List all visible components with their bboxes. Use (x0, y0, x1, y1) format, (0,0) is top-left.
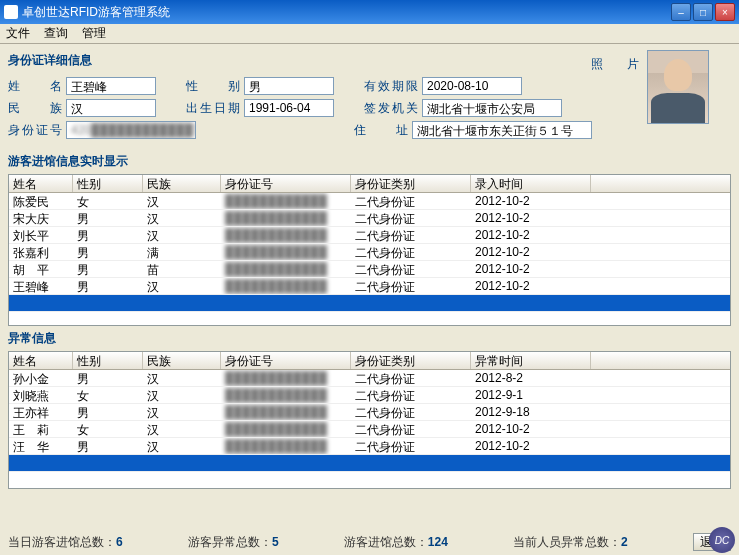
column-header[interactable]: 录入时间 (471, 175, 591, 192)
table-cell: 孙小金 (9, 370, 73, 386)
column-header[interactable]: 身份证类别 (351, 352, 471, 369)
table-cell: 男 (73, 210, 143, 226)
table-cell: 男 (73, 278, 143, 294)
titlebar: 卓创世达RFID游客管理系统 – □ × (0, 0, 739, 24)
table-row-selected[interactable] (9, 295, 730, 312)
table-row[interactable]: 刘晓燕女汉████████████二代身份证2012-9-1 (9, 387, 730, 404)
table-cell: 二代身份证 (351, 210, 471, 226)
nation-field[interactable]: 汉 (66, 99, 156, 117)
column-header[interactable]: 姓名 (9, 352, 73, 369)
issuer-field[interactable]: 湖北省十堰市公安局 (422, 99, 562, 117)
birth-label: 出生日期 (186, 100, 244, 117)
window-controls: – □ × (671, 3, 735, 21)
column-header[interactable]: 民族 (143, 175, 221, 192)
table-row-selected[interactable] (9, 455, 730, 472)
f1-value: 6 (116, 535, 123, 549)
column-header[interactable]: 姓名 (9, 175, 73, 192)
table-cell: ████████████ (221, 404, 351, 420)
maximize-button[interactable]: □ (693, 3, 713, 21)
menu-query[interactable]: 查询 (44, 25, 68, 42)
table-row[interactable]: 张嘉利男满████████████二代身份证2012-10-2 (9, 244, 730, 261)
table-row[interactable]: 王亦祥男汉████████████二代身份证2012-9-18 (9, 404, 730, 421)
table-cell: 汪 华 (9, 438, 73, 454)
table-row[interactable]: 王碧峰男汉████████████二代身份证2012-10-2 (9, 278, 730, 295)
table-cell: 2012-10-2 (471, 193, 591, 209)
gender-label: 性 别 (186, 78, 244, 95)
table-cell: 陈爱民 (9, 193, 73, 209)
abnormal-table[interactable]: 姓名性别民族身份证号身份证类别异常时间 孙小金男汉████████████二代身… (8, 351, 731, 489)
f2-label: 游客异常总数： (188, 535, 272, 549)
table-cell: 汉 (143, 210, 221, 226)
column-header[interactable]: 性别 (73, 352, 143, 369)
name-field[interactable]: 王碧峰 (66, 77, 156, 95)
table-row[interactable]: 刘长平男汉████████████二代身份证2012-10-2 (9, 227, 730, 244)
id-field[interactable]: 420████████████734 (66, 121, 196, 139)
brand-logo-icon: DC (709, 527, 735, 553)
table-cell: ████████████ (221, 244, 351, 260)
table-cell: ████████████ (221, 438, 351, 454)
table-cell: 二代身份证 (351, 193, 471, 209)
table-row[interactable]: 宋大庆男汉████████████二代身份证2012-10-2 (9, 210, 730, 227)
app-icon (4, 5, 18, 19)
name-label: 姓 名 (8, 78, 66, 95)
photo-label: 照 片 (591, 56, 639, 73)
table-cell: 2012-8-2 (471, 370, 591, 386)
table-cell: 汉 (143, 438, 221, 454)
addr-field[interactable]: 湖北省十堰市东关正街５１号 (412, 121, 592, 139)
footer: 当日游客进馆总数：6 游客异常总数：5 游客进馆总数：124 当前人员异常总数：… (8, 533, 731, 551)
f3-label: 游客进馆总数： (344, 535, 428, 549)
expire-field[interactable]: 2020-08-10 (422, 77, 522, 95)
window-title: 卓创世达RFID游客管理系统 (22, 4, 170, 21)
table-cell: 男 (73, 404, 143, 420)
table-cell: 王亦祥 (9, 404, 73, 420)
table-cell: ████████████ (221, 261, 351, 277)
table-row[interactable]: 王 莉女汉████████████二代身份证2012-10-2 (9, 421, 730, 438)
close-button[interactable]: × (715, 3, 735, 21)
table-cell: 2012-9-1 (471, 387, 591, 403)
table-cell: 二代身份证 (351, 404, 471, 420)
gender-field[interactable]: 男 (244, 77, 334, 95)
table-cell: 刘晓燕 (9, 387, 73, 403)
table-cell: 2012-10-2 (471, 421, 591, 437)
photo (647, 50, 709, 124)
table-row[interactable]: 孙小金男汉████████████二代身份证2012-8-2 (9, 370, 730, 387)
table-cell: 2012-10-2 (471, 227, 591, 243)
column-header[interactable]: 异常时间 (471, 352, 591, 369)
addr-label: 住 址 (354, 122, 412, 139)
table-row[interactable]: 汪 华男汉████████████二代身份证2012-10-2 (9, 438, 730, 455)
table-cell: 苗 (143, 261, 221, 277)
birth-field[interactable]: 1991-06-04 (244, 99, 334, 117)
minimize-button[interactable]: – (671, 3, 691, 21)
menu-manage[interactable]: 管理 (82, 25, 106, 42)
id-label: 身份证号 (8, 122, 66, 139)
table-cell: ████████████ (221, 421, 351, 437)
table-cell: ████████████ (221, 227, 351, 243)
f2-value: 5 (272, 535, 279, 549)
table-cell: ████████████ (221, 193, 351, 209)
column-header[interactable]: 身份证号 (221, 352, 351, 369)
table-cell: 汉 (143, 370, 221, 386)
table-row[interactable]: 陈爱民女汉████████████二代身份证2012-10-2 (9, 193, 730, 210)
table-cell: 二代身份证 (351, 421, 471, 437)
table-cell: 2012-9-18 (471, 404, 591, 420)
table-cell: 二代身份证 (351, 438, 471, 454)
table-cell: 汉 (143, 421, 221, 437)
table-cell: 汉 (143, 227, 221, 243)
table-cell: 2012-10-2 (471, 210, 591, 226)
table-cell: 2012-10-2 (471, 438, 591, 454)
column-header[interactable]: 性别 (73, 175, 143, 192)
menu-file[interactable]: 文件 (6, 25, 30, 42)
column-header[interactable]: 身份证类别 (351, 175, 471, 192)
table-cell: 二代身份证 (351, 387, 471, 403)
column-header[interactable]: 身份证号 (221, 175, 351, 192)
table-cell: 女 (73, 193, 143, 209)
table-cell: 汉 (143, 278, 221, 294)
table-row[interactable]: 胡 平男苗████████████二代身份证2012-10-2 (9, 261, 730, 278)
expire-label: 有效期限 (364, 78, 422, 95)
realtime-table[interactable]: 姓名性别民族身份证号身份证类别录入时间 陈爱民女汉████████████二代身… (8, 174, 731, 326)
table-cell: 汉 (143, 404, 221, 420)
table-cell: 王 莉 (9, 421, 73, 437)
table-cell: 男 (73, 438, 143, 454)
f3-value: 124 (428, 535, 448, 549)
column-header[interactable]: 民族 (143, 352, 221, 369)
